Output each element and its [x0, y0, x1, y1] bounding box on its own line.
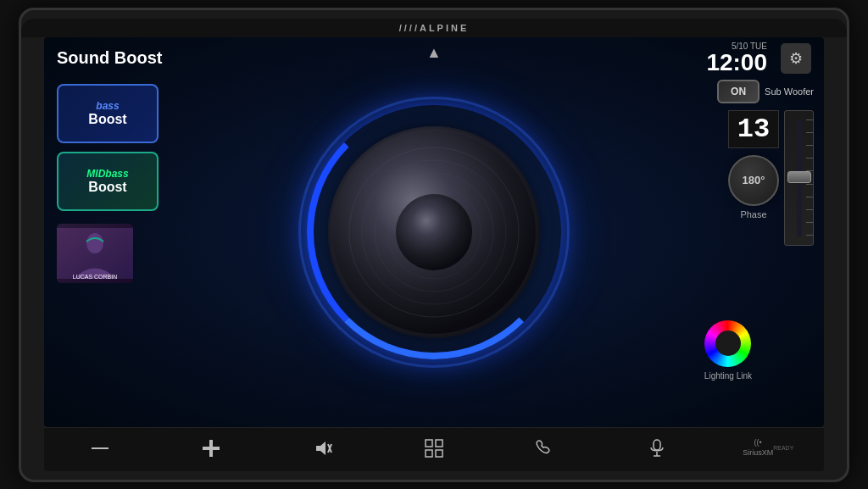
subwoofer-label: Sub Woofer: [765, 86, 814, 97]
album-art-svg: [57, 228, 133, 279]
menu-button[interactable]: [413, 433, 455, 465]
svg-rect-11: [203, 447, 220, 450]
mic-icon: [649, 439, 665, 458]
volume-column: 13 180° Phase: [728, 110, 779, 219]
midbass-boost-bottom-label: Boost: [88, 180, 126, 195]
subwoofer-on-button[interactable]: ON: [717, 80, 760, 103]
midbass-boost-button[interactable]: MIDbass Boost: [57, 152, 159, 211]
album-thumbnail[interactable]: LUCAS CORBIN: [57, 224, 133, 283]
svg-point-1: [86, 233, 103, 253]
svg-rect-15: [436, 440, 442, 447]
siriusxm-sublabel: READY: [773, 444, 793, 452]
bass-boost-bottom-label: Boost: [88, 112, 126, 127]
color-knob-inner: [715, 331, 741, 356]
svg-rect-18: [654, 440, 660, 450]
knob-texture: [328, 126, 540, 338]
subwoofer-knob[interactable]: [328, 126, 540, 338]
siriusxm-label: ((• SiriusXM: [743, 438, 773, 458]
plus-button[interactable]: [190, 433, 232, 465]
slider-marks: [806, 119, 813, 236]
bass-boost-top-label: bass: [96, 100, 119, 112]
grid-icon: [425, 439, 443, 458]
mute-icon: [314, 440, 332, 457]
screen-header: Sound Boost 5/10 TUE 12:00 ⚙: [44, 37, 824, 80]
phone-button[interactable]: [524, 433, 566, 465]
lighting-link-knob[interactable]: [704, 320, 751, 367]
mic-button[interactable]: [636, 433, 678, 465]
settings-button[interactable]: ⚙: [781, 43, 811, 74]
plus-icon: [203, 440, 220, 457]
phase-label: Phase: [740, 209, 766, 219]
subwoofer-row: ON Sub Woofer: [712, 80, 814, 103]
datetime-display: 5/10 TUE 12:00: [706, 42, 767, 75]
right-controls: ON Sub Woofer 13 180° Phase: [712, 80, 814, 246]
siriusxm-button[interactable]: ((• SiriusXM READY: [747, 433, 789, 465]
brand-logo: ////ALPINE: [399, 23, 470, 33]
device: ////ALPINE ▲ Sound Boost 5/10 TUE 12:00 …: [19, 8, 849, 482]
phone-icon: [536, 439, 554, 458]
phase-column: 180° Phase: [728, 155, 779, 219]
knob-outer-ring: [298, 97, 570, 368]
lighting-link-area: Lighting Link: [704, 320, 752, 381]
time-display: 12:00: [706, 51, 767, 75]
svg-rect-17: [436, 450, 442, 457]
mute-button[interactable]: [302, 433, 344, 465]
header-right: 5/10 TUE 12:00 ⚙: [706, 42, 811, 75]
volume-display: 13: [728, 110, 779, 148]
main-screen: ▲ Sound Boost 5/10 TUE 12:00 ⚙ bass Boos…: [44, 37, 824, 427]
bass-boost-button[interactable]: bass Boost: [57, 84, 159, 143]
lighting-link-label: Lighting Link: [704, 371, 752, 381]
svg-rect-9: [92, 447, 108, 449]
center-knob-area: [298, 97, 570, 368]
top-bar: ////ALPINE: [21, 19, 847, 37]
left-panel: bass Boost MIDbass Boost: [57, 84, 167, 283]
volume-slider-area: 13 180° Phase: [728, 110, 814, 246]
volume-slider[interactable]: [784, 110, 814, 246]
svg-rect-16: [426, 450, 432, 457]
phase-button[interactable]: 180°: [728, 155, 779, 206]
page-title: Sound Boost: [57, 48, 162, 68]
minus-button[interactable]: [79, 433, 121, 465]
svg-rect-14: [426, 440, 432, 447]
midbass-boost-top-label: MIDbass: [86, 168, 128, 180]
svg-point-8: [396, 194, 472, 270]
minus-icon: [92, 447, 108, 450]
bottom-bar: ((• SiriusXM READY: [44, 427, 824, 471]
album-artist-label: LUCAS CORBIN: [57, 274, 133, 280]
